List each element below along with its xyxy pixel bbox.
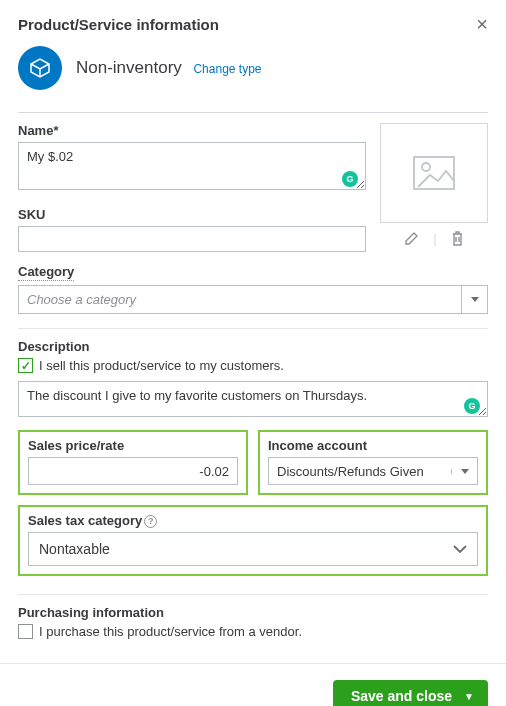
sales-tax-box: Sales tax category? Nontaxable — [18, 505, 488, 576]
name-input[interactable]: My $.02 — [18, 142, 366, 190]
chevron-down-icon[interactable] — [461, 286, 487, 313]
save-and-close-button[interactable]: Save and close ▼ — [333, 680, 488, 706]
sell-checkbox-label: I sell this product/service to my custom… — [39, 358, 284, 373]
modal-footer: Save and close ▼ — [0, 663, 506, 706]
sales-tax-select[interactable]: Nontaxable — [28, 532, 478, 566]
sell-checkbox-row[interactable]: I sell this product/service to my custom… — [18, 358, 488, 373]
sales-price-box: Sales price/rate — [18, 430, 248, 495]
type-row: Non-inventory Change type — [18, 46, 488, 90]
modal-title: Product/Service information — [18, 16, 219, 33]
name-label: Name* — [18, 123, 366, 138]
image-actions: | — [380, 231, 488, 246]
purchase-checkbox-row[interactable]: I purchase this product/service from a v… — [18, 624, 488, 639]
sku-label: SKU — [18, 207, 366, 222]
sell-checkbox[interactable] — [18, 358, 33, 373]
sales-price-label: Sales price/rate — [28, 438, 238, 453]
edit-image-icon[interactable] — [404, 231, 419, 246]
separator: | — [433, 231, 436, 246]
income-account-label: Income account — [268, 438, 478, 453]
divider — [18, 594, 488, 595]
help-icon[interactable]: ? — [144, 515, 157, 528]
image-thumbnail[interactable] — [380, 123, 488, 223]
income-account-box: Income account Discounts/Refunds Given — [258, 430, 488, 495]
category-placeholder: Choose a category — [19, 286, 461, 313]
income-account-select[interactable]: Discounts/Refunds Given — [268, 457, 478, 485]
chevron-down-icon[interactable] — [451, 469, 477, 474]
sales-tax-value: Nontaxable — [39, 541, 110, 557]
income-account-value: Discounts/Refunds Given — [269, 458, 451, 485]
divider — [18, 112, 488, 113]
product-service-modal: Product/Service information × Non-invent… — [0, 0, 506, 639]
name-sku-row: Name* My $.02 SKU — [18, 123, 488, 252]
purchase-checkbox[interactable] — [18, 624, 33, 639]
sales-price-input[interactable] — [28, 457, 238, 485]
category-label: Category — [18, 264, 488, 281]
sku-input[interactable] — [18, 226, 366, 252]
chevron-down-icon — [453, 545, 467, 553]
description-label: Description — [18, 339, 488, 354]
chevron-down-icon[interactable]: ▼ — [464, 691, 474, 702]
change-type-link[interactable]: Change type — [193, 62, 261, 76]
divider — [18, 328, 488, 329]
type-name: Non-inventory — [76, 58, 182, 77]
purchasing-label: Purchasing information — [18, 605, 488, 620]
sales-tax-label: Sales tax category? — [28, 513, 478, 528]
modal-header: Product/Service information × — [18, 14, 488, 34]
category-select[interactable]: Choose a category — [18, 285, 488, 314]
description-input[interactable]: The discount I give to my favorite custo… — [18, 381, 488, 417]
purchase-checkbox-label: I purchase this product/service from a v… — [39, 624, 302, 639]
close-icon[interactable]: × — [476, 14, 488, 34]
box-icon — [18, 46, 62, 90]
delete-image-icon[interactable] — [451, 231, 464, 246]
svg-point-1 — [422, 163, 430, 171]
